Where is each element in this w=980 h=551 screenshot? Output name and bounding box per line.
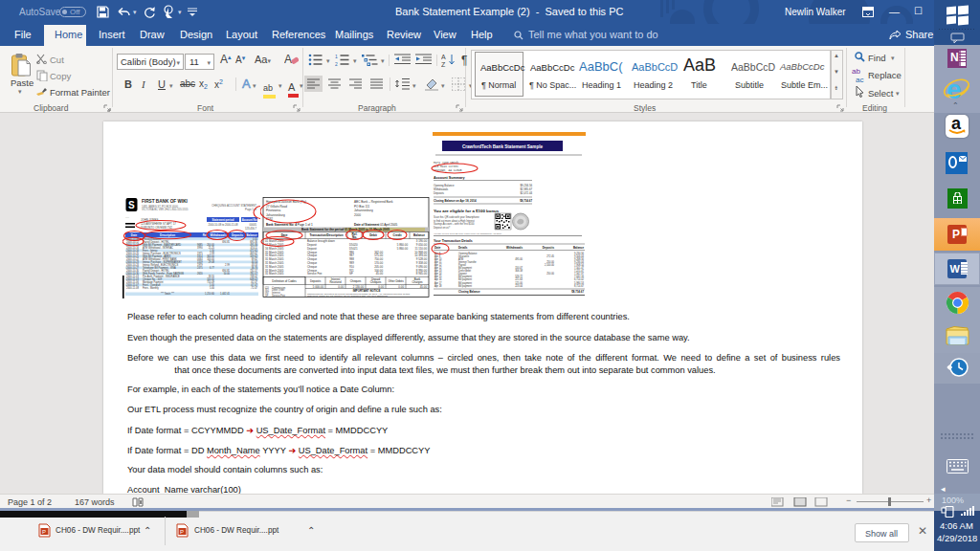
svg-text:Closing Balance: Closing Balance (458, 290, 480, 294)
svg-text:Account Summary: Account Summary (434, 176, 466, 180)
svg-text:45.00: 45.00 (420, 285, 428, 289)
svg-text:Date: Date (131, 233, 138, 237)
svg-text:Date of Statement 01 April 200: Date of Statement 01 April 2005 (354, 223, 398, 227)
svg-text:1485 JAMES ST, PO BOX 4000: 1485 JAMES ST, PO BOX 4000 (142, 205, 179, 209)
svg-text:123,456.7: 123,456.7 (245, 227, 256, 231)
svg-text:Bill payment: Bill payment (458, 284, 472, 288)
svg-text:Johannesburg: Johannesburg (266, 213, 285, 217)
svg-text:Fees - Monthly: Fees - Monthly (143, 286, 160, 290)
svg-text:3990: 3990 (197, 246, 203, 250)
svg-text:Cheques: Cheques (350, 279, 362, 283)
svg-text:2,100.00: 2,100.00 (545, 263, 554, 267)
svg-text:Date: Date (434, 246, 441, 250)
svg-text:Details: Details (458, 246, 468, 250)
svg-text:45.00: 45.00 (376, 272, 384, 276)
svg-text:2000-11-08: 2000-11-08 (126, 286, 139, 290)
svg-text:You may need to get a QR Code: You may need to get a QR Code reader fro… (434, 232, 502, 234)
svg-text:5 000.00: 5 000.00 (313, 285, 324, 289)
svg-text:5.00: 5.00 (210, 286, 215, 290)
svg-text:Cheques: Cheques (370, 280, 382, 284)
svg-text:306.58: 306.58 (515, 269, 523, 273)
svg-text:29.08: 29.08 (209, 260, 215, 264)
svg-text:Account No: Account No (242, 218, 257, 222)
svg-text:2000-10-08 to 2000-11-08: 2000-10-08 to 2000-11-08 (208, 223, 238, 227)
svg-text:No.: No. (352, 235, 357, 239)
svg-text:5 860.00: 5 860.00 (397, 247, 409, 251)
svg-text:00005: 00005 (250, 223, 257, 227)
svg-text:Scan this QR code with your Sm: Scan this QR code with your Smartphone (434, 215, 479, 219)
svg-text:S: S (128, 200, 135, 210)
svg-text:You are eligible for a $100 bo: You are eligible for a $100 bonus (434, 209, 500, 213)
svg-text:$2,072.44: $2,072.44 (521, 191, 533, 195)
svg-text:Service Fee: Service Fee (307, 272, 323, 276)
svg-text:ABC Bank – Registered Bank: ABC Bank – Registered Bank (354, 200, 393, 204)
svg-text:Deposits: Deposits (232, 233, 244, 237)
svg-text:0.00: 0.00 (398, 285, 404, 289)
svg-text:Statement period: Statement period (212, 218, 234, 222)
svg-text:----: ---- (125, 215, 129, 219)
svg-text:223.04: 223.04 (515, 284, 523, 288)
svg-text:Balance: Balance (413, 233, 425, 237)
svg-text:Balance: Balance (246, 233, 256, 237)
svg-text:6.77: 6.77 (210, 266, 215, 270)
svg-text:A: A (284, 53, 292, 66)
svg-text:Deposit on us!!: Deposit on us!! (434, 226, 451, 230)
svg-text:Deposits: Deposits (310, 279, 322, 283)
svg-text:272.45: 272.45 (546, 254, 554, 258)
svg-text:8,714.67: 8,714.67 (574, 284, 584, 288)
svg-text:VICTORIA BC V8R 2H4 1-800-: VICTORIA BC V8R 2H4 1-800-555-5555 (142, 208, 189, 211)
svg-text:8 945.00: 8 945.00 (416, 272, 428, 276)
svg-text:$8,714.67: $8,714.67 (571, 290, 584, 294)
svg-text:Definition of Codes: Definition of Codes (272, 279, 297, 283)
svg-text:Johannesburg: Johannesburg (354, 209, 373, 212)
svg-text:1: 1 (335, 54, 338, 59)
svg-text:Other Debits: Other Debits (388, 279, 404, 283)
svg-text:Deposits: Deposits (434, 191, 444, 195)
svg-text:e: e (947, 75, 962, 104)
svg-text:P: P (42, 529, 46, 535)
svg-text:Debit: Debit (369, 233, 377, 237)
svg-text:SF: SF (349, 272, 353, 276)
svg-text:250.00: 250.00 (546, 272, 554, 276)
svg-text:-72.47: -72.47 (251, 286, 258, 290)
svg-text:495.00: 495.00 (515, 257, 523, 261)
svg-text:1,210.60: 1,210.60 (205, 292, 214, 296)
svg-text:Charges: Charges (412, 280, 423, 284)
svg-text:Deposits: Deposits (543, 246, 555, 250)
svg-text:SF: SF (265, 294, 269, 298)
svg-text:31 March 2005: 31 March 2005 (265, 272, 284, 276)
svg-text:Apr 18: Apr 18 (434, 284, 442, 288)
svg-text:27 Gillatts Road: 27 Gillatts Road (266, 205, 287, 209)
svg-text:2475: 2475 (197, 266, 203, 270)
svg-text:Description: Description (160, 233, 175, 237)
svg-text:Withdrawals: Withdrawals (211, 233, 227, 237)
svg-text:to find out more about a High: to find out more about a High Interest (434, 219, 475, 223)
svg-text:Withdrawals: Withdrawals (506, 246, 523, 250)
svg-text:1,442.41: 1,442.41 (220, 292, 230, 296)
svg-text:A: A (441, 54, 446, 60)
svg-text:Savings Account – with the fir: Savings Account – with the first $100 (434, 222, 475, 226)
svg-text:Received: Received (329, 280, 341, 284)
svg-text:FIRST BANK OF WIKI: FIRST BANK OF WIKI (142, 199, 188, 204)
svg-text:PO Box 111: PO Box 111 (354, 205, 370, 209)
svg-text:2: 2 (335, 61, 338, 66)
svg-text:2000: 2000 (354, 213, 361, 217)
svg-text:P: P (180, 529, 184, 535)
svg-text:Closing Balance on Apr 18, 201: Closing Balance on Apr 18, 2014 (434, 199, 477, 203)
svg-text:statement, which are not effec: statement, which are not effective will … (307, 295, 389, 298)
svg-text:Pinetownia: Pinetownia (266, 209, 280, 212)
svg-text:694.81: 694.81 (222, 240, 230, 244)
svg-text:Service Fee: Service Fee (272, 294, 285, 298)
svg-text:Transaction/Description: Transaction/Description (309, 233, 343, 237)
svg-text:2620: 2620 (197, 272, 203, 276)
svg-text:2.99: 2.99 (225, 263, 231, 267)
svg-text:*** Totals ***: *** Totals *** (161, 292, 174, 296)
svg-text:Your Transaction Details: Your Transaction Details (434, 239, 473, 243)
svg-text:Z: Z (441, 61, 446, 67)
svg-text:CrawfordTech Bank Statement Sa: CrawfordTech Bank Statement Sample (462, 144, 544, 149)
svg-text:0.00: 0.00 (338, 285, 344, 289)
svg-text:$8,714.67: $8,714.67 (520, 199, 532, 203)
svg-text:Credit: Credit (393, 233, 402, 237)
svg-text:Balance: Balance (573, 246, 584, 250)
svg-text:50.00: 50.00 (224, 272, 231, 276)
